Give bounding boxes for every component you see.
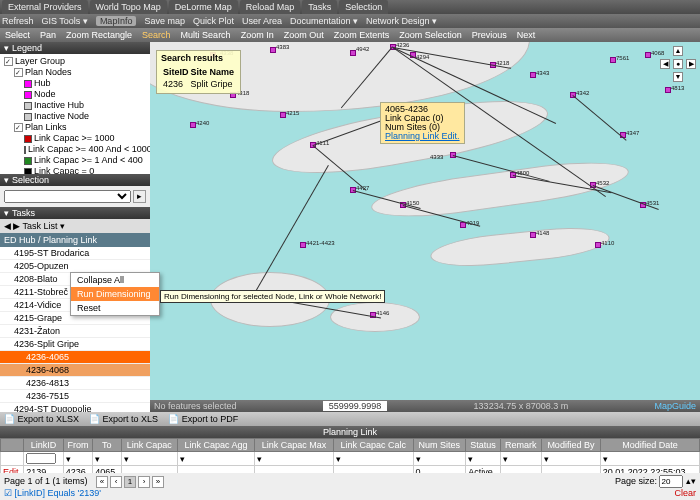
pager-next[interactable]: › bbox=[138, 476, 150, 488]
status-selected: No features selected bbox=[154, 401, 237, 411]
table-row[interactable]: Edit 213942364065 0Active20.01.2022 22:5… bbox=[1, 466, 700, 474]
grid-title: Planning Link bbox=[0, 426, 700, 438]
data-grid: LinkIDFromToLink CapacLink Capac AggLink… bbox=[0, 438, 700, 473]
pan-right[interactable]: ▶ bbox=[686, 59, 696, 69]
grid-filter-row: ▾▾▾▾▾▾▾▾▾▾▾ bbox=[1, 452, 700, 466]
search-results-box[interactable]: Search results SiteIDSite Name 4236Split… bbox=[156, 50, 241, 94]
task-item[interactable]: 4236-Split Gripe bbox=[0, 338, 150, 351]
tool-pan[interactable]: Pan bbox=[37, 30, 59, 40]
tab-tasks[interactable]: Tasks bbox=[302, 0, 337, 14]
active-filter[interactable]: ☑ [LinkID] Equals '2139' bbox=[4, 488, 101, 498]
ctx-run-dimensioning[interactable]: Run Dimensioning bbox=[71, 287, 159, 301]
checkbox[interactable] bbox=[14, 123, 23, 132]
pan-left[interactable]: ◀ bbox=[660, 59, 670, 69]
legend-tree: Layer Group Plan Nodes Hub Node Inactive… bbox=[0, 54, 150, 174]
legend-swatch bbox=[24, 113, 32, 121]
tool-select[interactable]: Select bbox=[2, 30, 33, 40]
legend-swatch bbox=[24, 157, 32, 165]
tab-world-topo[interactable]: World Topo Map bbox=[90, 0, 167, 14]
task-item[interactable]: 4231-Žaton bbox=[0, 325, 150, 338]
ctx-reset[interactable]: Reset bbox=[71, 301, 159, 315]
selection-header[interactable]: ▾ Selection bbox=[0, 174, 150, 186]
status-scale: 133234.75 x 87008.3 m bbox=[474, 401, 569, 411]
checkbox[interactable] bbox=[4, 57, 13, 66]
page-size-input[interactable] bbox=[659, 475, 683, 488]
bottom-panel: 📄 Export to XLSX 📄 Export to XLS 📄 Expor… bbox=[0, 412, 700, 500]
search-results-title: Search results bbox=[161, 53, 223, 63]
map-status-bar: No features selected 559999.9998 133234.… bbox=[150, 400, 700, 412]
task-list-menu[interactable]: Task List ▾ bbox=[22, 221, 65, 231]
filter-linkid[interactable] bbox=[26, 453, 56, 464]
menu-gis-tools[interactable]: GIS Tools ▾ bbox=[42, 16, 88, 26]
legend-swatch bbox=[24, 102, 32, 110]
selection-go[interactable]: ▸ bbox=[133, 190, 146, 203]
legend-swatch bbox=[24, 135, 32, 143]
map-canvas[interactable]: 4338 4383 4942 4236 4294 4218 4343 4342 … bbox=[150, 42, 700, 412]
pager-prev[interactable]: ‹ bbox=[110, 476, 122, 488]
tab-delorme[interactable]: DeLorme Map bbox=[169, 0, 238, 14]
context-tooltip: Run Dimensioning for selected Node, Link… bbox=[160, 290, 385, 303]
task-subitem[interactable]: 4236-4813 bbox=[0, 377, 150, 390]
pager-text: Page 1 of 1 (1 items) bbox=[4, 476, 88, 486]
task-item[interactable]: 4195-ST Brodarica bbox=[0, 247, 150, 260]
checkbox[interactable] bbox=[14, 68, 23, 77]
menu-documentation[interactable]: Documentation ▾ bbox=[290, 16, 358, 26]
tab-selection[interactable]: Selection bbox=[339, 0, 388, 14]
tab-reload-map[interactable]: Reload Map bbox=[240, 0, 301, 14]
tool-multi-search[interactable]: Multi Search bbox=[178, 30, 234, 40]
menu-refresh[interactable]: Refresh bbox=[2, 16, 34, 26]
task-subitem-selected[interactable]: 4236-4065 bbox=[0, 351, 150, 364]
tool-zoom-rect[interactable]: Zoom Rectangle bbox=[63, 30, 135, 40]
left-panel: ▾ Legend Layer Group Plan Nodes Hub Node… bbox=[0, 42, 150, 412]
grid-footer: Page 1 of 1 (1 items) «‹1›» ☑ [LinkID] E… bbox=[0, 473, 700, 500]
menu-quick-plot[interactable]: Quick Plot bbox=[193, 16, 234, 26]
legend-swatch bbox=[24, 80, 32, 88]
pan-center[interactable]: ● bbox=[673, 59, 683, 69]
context-menu: Collapse All Run Dimensioning Reset bbox=[70, 272, 160, 316]
export-bar: 📄 Export to XLSX 📄 Export to XLS 📄 Expor… bbox=[0, 412, 700, 426]
tool-next[interactable]: Next bbox=[514, 30, 539, 40]
tool-previous[interactable]: Previous bbox=[469, 30, 510, 40]
export-pdf[interactable]: 📄 Export to PDF bbox=[168, 414, 238, 424]
task-subitem[interactable]: 4236-7515 bbox=[0, 390, 150, 403]
menu-user-area[interactable]: User Area bbox=[242, 16, 282, 26]
map-toolbar: Select Pan Zoom Rectangle Search Multi S… bbox=[0, 28, 700, 42]
tool-search[interactable]: Search bbox=[139, 30, 174, 40]
pan-down[interactable]: ▼ bbox=[673, 72, 683, 82]
task-list-header: ED Hub / Planning Link bbox=[0, 233, 150, 247]
pager-current: 1 bbox=[124, 476, 136, 488]
task-fwd[interactable]: ▶ bbox=[13, 221, 20, 231]
tool-zoom-in[interactable]: Zoom In bbox=[238, 30, 277, 40]
page-size-spinner[interactable]: ▴▾ bbox=[686, 476, 696, 486]
tool-zoom-extents[interactable]: Zoom Extents bbox=[331, 30, 393, 40]
legend-swatch bbox=[24, 91, 32, 99]
task-subitem[interactable]: 4236-4068 bbox=[0, 364, 150, 377]
tool-zoom-selection[interactable]: Zoom Selection bbox=[396, 30, 465, 40]
tool-zoom-out[interactable]: Zoom Out bbox=[281, 30, 327, 40]
clear-filter[interactable]: Clear bbox=[674, 488, 696, 498]
grid-header-row: LinkIDFromToLink CapacLink Capac AggLink… bbox=[1, 439, 700, 452]
legend-swatch bbox=[24, 146, 26, 154]
menu-network-design[interactable]: Network Design ▾ bbox=[366, 16, 437, 26]
status-coord: 559999.9998 bbox=[323, 401, 388, 411]
popup-edit-link[interactable]: Planning Link Edit. bbox=[385, 132, 460, 141]
legend-header[interactable]: ▾ Legend bbox=[0, 42, 150, 54]
menu-save-map[interactable]: Save map bbox=[144, 16, 185, 26]
menu-bar: Refresh GIS Tools ▾ MapInfo Save map Qui… bbox=[0, 14, 700, 28]
map-nav-control: ▲ ◀ ▶ ▼ ● bbox=[660, 46, 696, 82]
task-back[interactable]: ◀ bbox=[4, 221, 11, 231]
export-xlsx[interactable]: 📄 Export to XLSX bbox=[4, 414, 79, 424]
pager-first[interactable]: « bbox=[96, 476, 108, 488]
export-xls[interactable]: 📄 Export to XLS bbox=[89, 414, 158, 424]
tab-external-providers[interactable]: External Providers bbox=[2, 0, 88, 14]
window-tabs: External Providers World Topo Map DeLorm… bbox=[0, 0, 700, 14]
tasks-header[interactable]: ▾ Tasks bbox=[0, 207, 150, 219]
pan-up[interactable]: ▲ bbox=[673, 46, 683, 56]
pager-last[interactable]: » bbox=[152, 476, 164, 488]
ctx-collapse-all[interactable]: Collapse All bbox=[71, 273, 159, 287]
menu-mapinfo[interactable]: MapInfo bbox=[96, 16, 137, 26]
selection-dropdown[interactable] bbox=[4, 190, 131, 203]
task-item[interactable]: 4294-ST Dugopolje bbox=[0, 403, 150, 412]
link-info-popup: 4065-4236Link Capac (0)Num Sites (0) Pla… bbox=[380, 102, 465, 144]
task-list: ED Hub / Planning Link 4195-ST Brodarica… bbox=[0, 233, 150, 412]
